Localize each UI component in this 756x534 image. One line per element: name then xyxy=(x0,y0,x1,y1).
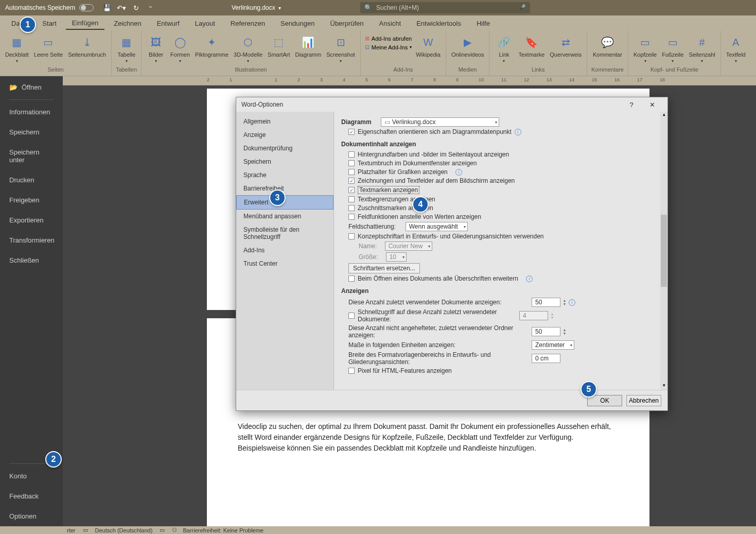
kommentar-button[interactable]: 💬Kommentar xyxy=(592,33,623,59)
deckblatt-button[interactable]: ▦Deckblatt▾ xyxy=(4,33,30,64)
bs-close[interactable]: Schließen xyxy=(0,250,63,270)
chk-pixel[interactable] xyxy=(348,368,355,374)
nav-anzeige[interactable]: Anzeige xyxy=(236,128,333,142)
fusszeile-button[interactable]: ▭Fußzeile▾ xyxy=(661,33,684,64)
nav-allgemein[interactable]: Allgemein xyxy=(236,115,333,128)
tab-start[interactable]: Start xyxy=(36,18,62,29)
scroll-down-icon[interactable]: ▾ xyxy=(660,383,667,390)
close-button[interactable]: ✕ xyxy=(642,97,662,112)
bs-export[interactable]: Exportieren xyxy=(0,210,63,230)
toggle-switch[interactable] xyxy=(79,4,94,11)
bilder-button[interactable]: 🖼Bilder▾ xyxy=(146,33,166,64)
addins-abrufen-button[interactable]: ⊞Add-Ins abrufen xyxy=(365,35,412,42)
info-icon[interactable]: i xyxy=(526,275,533,282)
schriftarten-ersetzen-button[interactable]: Schriftarten ersetzen... xyxy=(348,263,420,273)
chk-textbegrenz[interactable] xyxy=(348,196,355,202)
tab-ueberpruefen[interactable]: Überprüfen xyxy=(324,18,370,29)
chk-konzept[interactable] xyxy=(348,233,355,239)
tab-layout[interactable]: Layout xyxy=(189,18,221,29)
link-button[interactable]: 🔗Link▾ xyxy=(494,33,514,64)
tabelle-button[interactable]: ▦Tabelle▾ xyxy=(116,33,137,64)
tab-hilfe[interactable]: Hilfe xyxy=(470,18,496,29)
textfeld-button[interactable]: ATextfeld▾ xyxy=(725,33,747,64)
nav-symbolleiste[interactable]: Symbolleiste für den Schnellzugriff xyxy=(236,223,333,244)
nav-barrierefreiheit[interactable]: Barrierefreiheit xyxy=(236,182,333,195)
bs-info[interactable]: Informationen xyxy=(0,102,63,122)
dialog-titlebar[interactable]: Word-Optionen ? ✕ xyxy=(236,97,667,112)
feldschatt-select[interactable]: Wenn ausgewählt▾ xyxy=(406,222,468,231)
meine-addins-button[interactable]: ⊡Meine Add-Ins▾ xyxy=(365,44,412,50)
redo-icon[interactable]: ↻ xyxy=(132,4,140,12)
bs-print[interactable]: Drucken xyxy=(0,170,63,190)
diagramm-button[interactable]: 📊Diagramm xyxy=(294,33,322,59)
breite-input[interactable]: 0 cm xyxy=(532,354,560,363)
nav-menueband[interactable]: Menüband anpassen xyxy=(236,210,333,223)
chk-platzhalter[interactable] xyxy=(348,169,355,175)
piktogramme-button[interactable]: ✦Piktogramme xyxy=(194,33,230,59)
tab-einfuegen[interactable]: Einfügen xyxy=(66,17,104,30)
chk-eigenschaften[interactable] xyxy=(348,129,355,135)
spinner-icon[interactable]: ▴▾ xyxy=(564,299,566,306)
sb-macro-icon[interactable]: ▭ xyxy=(160,527,165,533)
tab-ansicht[interactable]: Ansicht xyxy=(373,18,408,29)
bs-open[interactable]: 📂Öffnen xyxy=(0,76,63,97)
document-title[interactable]: Verlinkung.docx ▾ xyxy=(232,4,281,11)
info-icon[interactable]: i xyxy=(569,299,575,306)
chk-zeichnungen[interactable] xyxy=(348,178,355,184)
nav-speichern[interactable]: Speichern xyxy=(236,155,333,168)
bs-save[interactable]: Speichern xyxy=(0,122,63,142)
bs-share[interactable]: Freigeben xyxy=(0,190,63,210)
chk-textumbruch[interactable] xyxy=(348,160,355,166)
undo-icon[interactable]: ↶▾ xyxy=(117,4,126,12)
querverweis-button[interactable]: ⇄Querverweis xyxy=(549,33,583,59)
tab-entwicklertools[interactable]: Entwicklertools xyxy=(410,18,467,29)
bs-feedback[interactable]: Feedback xyxy=(0,486,63,506)
chk-schnellzugriff[interactable] xyxy=(348,313,355,319)
chk-zuschnitt[interactable] xyxy=(348,205,355,211)
wikipedia-button[interactable]: WWikipedia xyxy=(415,33,442,59)
ruler[interactable]: 21123456789101112131415161718 xyxy=(63,76,756,85)
nav-sprache[interactable]: Sprache xyxy=(236,168,333,182)
save-icon[interactable]: 💾 xyxy=(103,4,111,12)
tab-entwurf[interactable]: Entwurf xyxy=(151,18,186,29)
qat-more-icon[interactable]: ⁼ xyxy=(146,4,154,12)
onlinevideos-button[interactable]: ▶Onlinevideos xyxy=(450,33,485,59)
tab-zeichnen[interactable]: Zeichnen xyxy=(108,18,147,29)
anzahl-ordner-input[interactable]: 50 xyxy=(532,327,560,336)
scroll-up-icon[interactable]: ▴ xyxy=(660,112,667,119)
bs-saveas[interactable]: Speichern unter xyxy=(0,142,63,170)
help-button[interactable]: ? xyxy=(621,97,642,112)
3d-modelle-button[interactable]: ⬡3D-Modelle▾ xyxy=(233,33,263,64)
scroll-thumb[interactable] xyxy=(661,215,667,287)
leere-seite-button[interactable]: ▭Leere Seite xyxy=(33,33,64,59)
sb-a11y[interactable]: ⚇ Barrierefreiheit: Keine Probleme xyxy=(172,527,263,533)
spinner-icon[interactable]: ▴▾ xyxy=(564,328,566,335)
sb-words[interactable]: rter xyxy=(67,527,76,533)
anzahl-docs-input[interactable]: 50 xyxy=(532,298,560,307)
textmarke-button[interactable]: 🔖Textmarke xyxy=(517,33,546,59)
search-input[interactable]: 🔍 Suchen (Alt+M) 🎤 xyxy=(360,2,530,13)
bs-transform[interactable]: Transformieren xyxy=(0,230,63,250)
smartart-button[interactable]: ⬚SmartArt xyxy=(267,33,291,59)
tab-referenzen[interactable]: Referenzen xyxy=(224,18,271,29)
formen-button[interactable]: ◯Formen▾ xyxy=(169,33,191,64)
masse-select[interactable]: Zentimeter▾ xyxy=(532,340,574,350)
chk-feldfunkt[interactable] xyxy=(348,214,355,220)
cancel-button[interactable]: Abbrechen xyxy=(626,395,661,406)
chk-hintergrund[interactable] xyxy=(348,151,355,158)
nav-trustcenter[interactable]: Trust Center xyxy=(236,257,333,270)
nav-dokpruefung[interactable]: Dokumentprüfung xyxy=(236,142,333,155)
sb-language[interactable]: Deutsch (Deutschland) xyxy=(95,527,153,533)
scrollbar[interactable]: ▴ ▾ xyxy=(660,112,667,390)
screenshot-button[interactable]: ⊡Screenshot▾ xyxy=(325,33,356,64)
kopfzeile-button[interactable]: ▭Kopfzeile▾ xyxy=(632,33,658,64)
seitenzahl-button[interactable]: #Seitenzahl▾ xyxy=(688,33,716,64)
chk-ueberschriften[interactable] xyxy=(348,275,355,282)
sb-spellcheck-icon[interactable]: ▭ xyxy=(83,527,88,533)
autosave-toggle[interactable]: Automatisches Speichern xyxy=(5,4,94,11)
bs-options[interactable]: Optionen xyxy=(0,506,63,526)
mic-icon[interactable]: 🎤 xyxy=(518,4,526,11)
seitenumbruch-button[interactable]: ⤓Seitenumbruch xyxy=(67,33,107,59)
tab-sendungen[interactable]: Sendungen xyxy=(274,18,321,29)
nav-addins[interactable]: Add-Ins xyxy=(236,244,333,257)
